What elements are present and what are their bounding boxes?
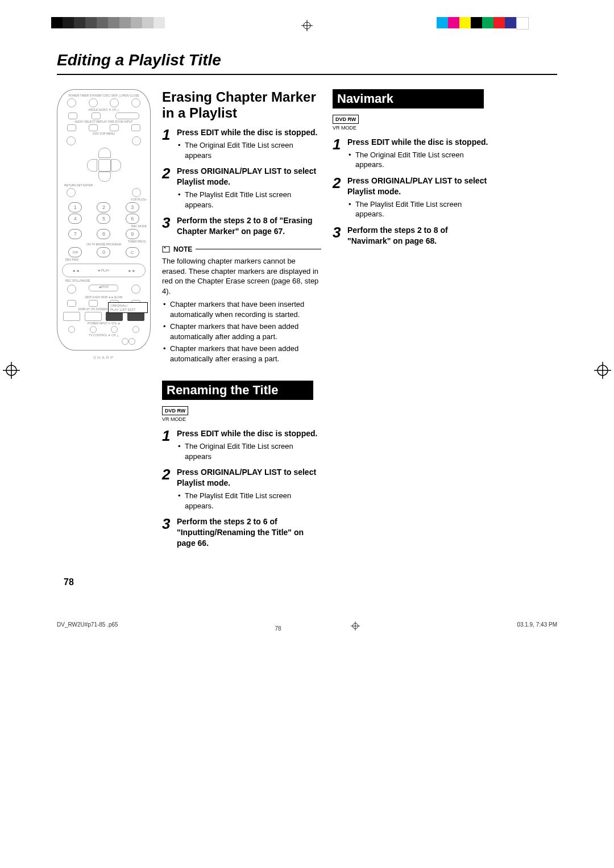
- playlist-button-highlight: [106, 312, 123, 321]
- disc-badge: DVD RW: [333, 115, 359, 124]
- playback-bar: ◄◄►PLAY►►: [62, 264, 146, 277]
- svg-rect-9: [163, 247, 169, 252]
- registration-mark-left: [3, 362, 20, 379]
- step-result: The Playlist Edit Title List screen appe…: [177, 491, 321, 511]
- numpad-row-1: 123: [61, 202, 147, 212]
- step: 1Press EDIT while the disc is stopped.Th…: [162, 428, 321, 461]
- page-content: Editing a Playlist Title POWER TIMER STA…: [57, 40, 557, 587]
- step-instruction: Press EDIT while the disc is stopped.: [347, 137, 492, 148]
- mode-label: VR MODE: [333, 124, 492, 131]
- step: 1Press EDIT while the disc is stopped.Th…: [162, 127, 321, 160]
- footer: DV_RW2U#p71-85 .p65 78 03.1.9, 7:43 PM: [57, 621, 557, 649]
- step-result: The Original Edit Title List screen appe…: [347, 150, 492, 170]
- note-bullet: Chapter markers that have been inserted …: [162, 299, 321, 319]
- note-icon: [162, 246, 170, 253]
- step-number: 1: [162, 127, 177, 160]
- step-number: 3: [162, 516, 177, 549]
- remote-control-diagram: POWER TIMER STANDBY DISC SKIP △OPEN CLOS…: [57, 89, 151, 350]
- brand-logo: SHARP: [61, 355, 147, 360]
- color-bar: [437, 17, 529, 28]
- step-instruction: Press ORIGINAL/PLAY LIST to select Playl…: [177, 467, 321, 489]
- registration-mark-right: [594, 362, 611, 379]
- step-instruction: Perform the steps 2 to 8 of "Erasing Cha…: [177, 215, 321, 237]
- step-result: The Playlist Edit Title List screen appe…: [177, 190, 321, 210]
- printer-marks: [0, 0, 614, 40]
- step-instruction: Press EDIT while the disc is stopped.: [177, 127, 321, 138]
- step-number: 2: [333, 176, 347, 219]
- registration-mark-bottom: [351, 621, 360, 631]
- footer-file: DV_RW2U#p71-85 .p65: [57, 621, 118, 632]
- numpad-row-4: 1000C: [61, 247, 147, 257]
- numpad-row-3: 789: [61, 229, 147, 239]
- step-instruction: Perform the steps 2 to 6 of "Inputting/R…: [177, 516, 321, 549]
- note-label: NOTE: [173, 245, 192, 254]
- column-left: Erasing Chapter Marker in a Playlist 1Pr…: [162, 89, 321, 554]
- step: 2Press ORIGINAL/PLAY LIST to select Play…: [162, 467, 321, 511]
- grayscale-bar: [51, 17, 165, 28]
- page-number: 78: [64, 577, 557, 587]
- step-number: 2: [162, 467, 177, 511]
- step: 2Press ORIGINAL/PLAY LIST to select Play…: [333, 176, 492, 219]
- section-heading-renaming: Renaming the Title: [162, 381, 313, 400]
- step: 1Press EDIT while the disc is stopped.Th…: [333, 137, 492, 170]
- step-result: The Original Edit Title List screen appe…: [177, 140, 321, 160]
- step: 3Perform the steps 2 to 8 of "Navimark" …: [333, 225, 492, 247]
- numpad-row-2: 456: [61, 214, 147, 224]
- step-result: The Original Edit Title List screen appe…: [177, 441, 321, 461]
- column-right: Navimark DVD RW VR MODE 1Press EDIT whil…: [333, 89, 492, 554]
- page-title: Editing a Playlist Title: [57, 40, 557, 75]
- step: 3Perform the steps 2 to 6 of "Inputting/…: [162, 516, 321, 549]
- step-number: 3: [333, 225, 347, 247]
- step-instruction: Press EDIT while the disc is stopped.: [177, 428, 321, 439]
- mode-label: VR MODE: [162, 416, 321, 423]
- step-number: 1: [333, 137, 347, 170]
- step-number: 2: [162, 166, 177, 210]
- edit-button-highlight: [127, 312, 144, 321]
- step-instruction: Perform the steps 2 to 8 of "Navimark" o…: [347, 225, 492, 247]
- note-bullet: Chapter markers that have been added aut…: [162, 344, 321, 364]
- footer-page: 78: [275, 625, 281, 632]
- disc-badge: DVD RW: [162, 406, 188, 415]
- section-heading-navimark: Navimark: [333, 89, 484, 108]
- section-heading-erasing: Erasing Chapter Marker in a Playlist: [162, 89, 321, 120]
- step-number: 3: [162, 215, 177, 237]
- step-instruction: Press ORIGINAL/PLAY LIST to select Playl…: [177, 166, 321, 187]
- note-block: NOTE The following chapter markers canno…: [162, 245, 321, 364]
- step-instruction: Press ORIGINAL/PLAY LIST to select Playl…: [347, 176, 492, 197]
- dpad: [87, 148, 121, 182]
- remote-illustration-column: POWER TIMER STANDBY DISC SKIP △OPEN CLOS…: [57, 89, 151, 554]
- step-number: 1: [162, 428, 177, 461]
- registration-mark-top: [301, 20, 313, 31]
- step: 3Perform the steps 2 to 8 of "Erasing Ch…: [162, 215, 321, 237]
- footer-timestamp: 03.1.9, 7:43 PM: [517, 621, 557, 632]
- step: 2Press ORIGINAL/PLAY LIST to select Play…: [162, 166, 321, 210]
- note-bullet: Chapter markers that have been added aut…: [162, 322, 321, 341]
- step-result: The Playlist Edit Title List screen appe…: [347, 199, 492, 219]
- note-intro: The following chapter markers cannot be …: [162, 256, 321, 296]
